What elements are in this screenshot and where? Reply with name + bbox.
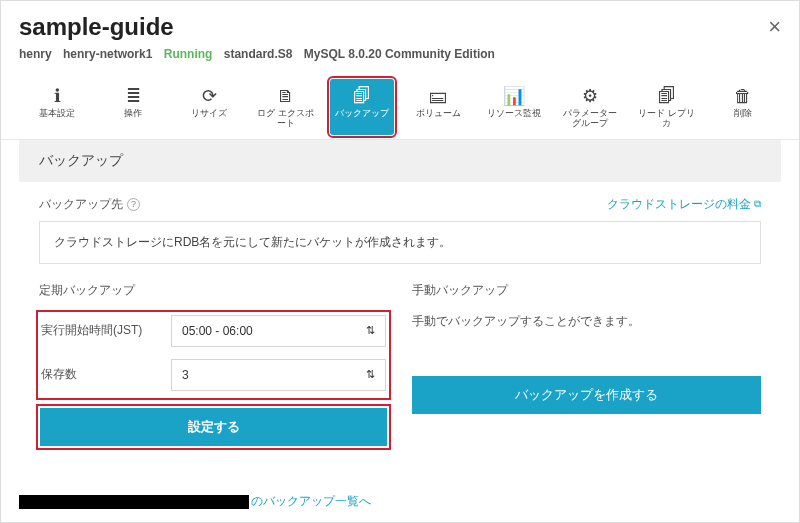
chevron-updown-icon: ⇅ [366, 368, 375, 381]
cloud-storage-price-link[interactable]: クラウドストレージの料金 ⧉ [607, 196, 761, 213]
meta-network: henry-network1 [63, 47, 152, 61]
link-text: クラウドストレージの料金 [607, 196, 751, 213]
tab-backup[interactable]: 🗐バックアップ [330, 79, 394, 135]
dest-text: バックアップ先 [39, 196, 123, 213]
chart-icon: 📊 [503, 85, 525, 107]
tab-label: バックアップ [335, 109, 389, 119]
meta-status: Running [164, 47, 213, 61]
tab-volume[interactable]: 🖴ボリューム [406, 79, 470, 135]
help-icon[interactable]: ? [127, 198, 140, 211]
disk-icon: 🖴 [429, 85, 447, 107]
scheduled-submit-button[interactable]: 設定する [40, 408, 387, 446]
tab-label: 操作 [124, 109, 142, 119]
start-time-select[interactable]: 05:00 - 06:00 ⇅ [171, 315, 386, 347]
tab-label: 削除 [734, 109, 752, 119]
footer: のバックアップ一覧へ [19, 493, 371, 510]
copy-icon: 🗐 [658, 85, 676, 107]
keep-count-label: 保存数 [41, 366, 171, 383]
backup-destination-label: バックアップ先 ? [39, 196, 140, 213]
manual-backup-column: 手動バックアップ 手動でバックアップすることができます。 バックアップを作成する [412, 282, 761, 447]
copy-icon: 🗐 [353, 85, 371, 107]
refresh-icon: ⟳ [202, 85, 217, 107]
tab-label: リソース監視 [487, 109, 541, 119]
close-icon[interactable]: × [768, 14, 781, 40]
manual-heading: 手動バックアップ [412, 282, 761, 299]
panel-title: バックアップ [19, 140, 781, 182]
manual-create-button[interactable]: バックアップを作成する [412, 376, 761, 414]
tab-resize[interactable]: ⟳リサイズ [177, 79, 241, 135]
gear-icon: ⚙ [582, 85, 598, 107]
tab-read-replica[interactable]: 🗐リード レプリカ [635, 79, 699, 135]
start-time-value: 05:00 - 06:00 [182, 324, 253, 338]
scheduled-heading: 定期バックアップ [39, 282, 388, 299]
destination-note: クラウドストレージにRDB名を元にして新たにバケットが作成されます。 [39, 221, 761, 264]
meta-user: henry [19, 47, 52, 61]
tab-label: ログ エクスポート [256, 109, 316, 129]
start-time-label: 実行開始時間(JST) [41, 322, 171, 339]
tabs: ℹ基本設定 ≣操作 ⟳リサイズ 🗎ログ エクスポート 🗐バックアップ 🖴ボリュー… [1, 71, 799, 140]
trash-icon: 🗑 [734, 85, 752, 107]
tab-label: リサイズ [191, 109, 227, 119]
backup-list-link[interactable]: のバックアップ一覧へ [251, 493, 371, 510]
tab-operations[interactable]: ≣操作 [101, 79, 165, 135]
document-icon: 🗎 [277, 85, 295, 107]
tab-delete[interactable]: 🗑削除 [711, 79, 775, 135]
info-icon: ℹ [54, 85, 61, 107]
page-title: sample-guide [19, 13, 174, 41]
tab-parameter-group[interactable]: ⚙パラメーター グループ [558, 79, 622, 135]
external-link-icon: ⧉ [754, 198, 761, 210]
meta-spec: standard.S8 [224, 47, 293, 61]
stack-icon: ≣ [126, 85, 141, 107]
keep-count-select[interactable]: 3 ⇅ [171, 359, 386, 391]
tab-label: 基本設定 [39, 109, 75, 119]
redacted-bar [19, 495, 249, 509]
tab-label: パラメーター グループ [560, 109, 620, 129]
tab-label: ボリューム [416, 109, 461, 119]
meta-row: henry henry-network1 Running standard.S8… [1, 47, 799, 71]
scheduled-backup-column: 定期バックアップ 実行開始時間(JST) 05:00 - 06:00 ⇅ 保存数… [39, 282, 388, 447]
chevron-updown-icon: ⇅ [366, 324, 375, 337]
meta-db: MySQL 8.0.20 Community Edition [304, 47, 495, 61]
keep-count-value: 3 [182, 368, 189, 382]
manual-description: 手動でバックアップすることができます。 [412, 313, 761, 330]
tab-label: リード レプリカ [637, 109, 697, 129]
tab-resource-monitor[interactable]: 📊リソース監視 [482, 79, 546, 135]
tab-log-export[interactable]: 🗎ログ エクスポート [254, 79, 318, 135]
tab-basic[interactable]: ℹ基本設定 [25, 79, 89, 135]
